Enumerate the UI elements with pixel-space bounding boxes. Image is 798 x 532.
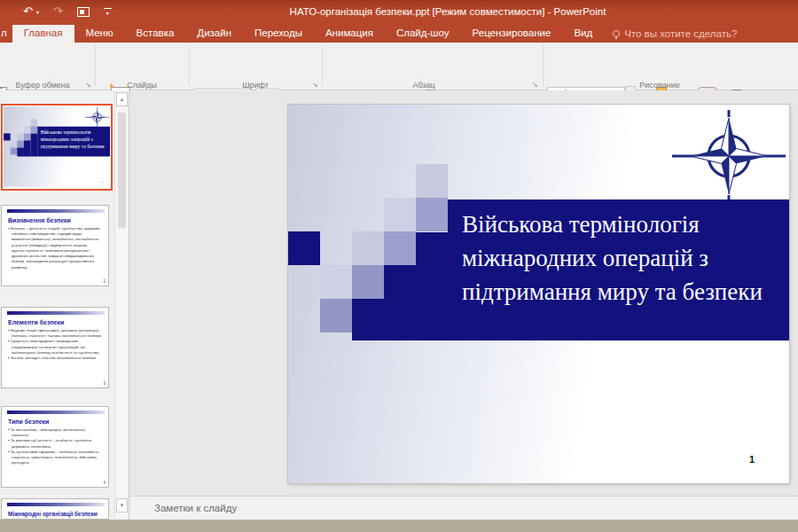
drawing-group-label: Рисование	[639, 81, 679, 90]
pixel-square	[416, 164, 448, 198]
paragraph-group-label: Абзац	[412, 81, 434, 90]
tab-file-partial[interactable]: л	[0, 25, 12, 43]
thumb-page-number: 4	[103, 481, 106, 485]
banner-step	[416, 232, 448, 340]
slide-page-number: 1	[749, 454, 755, 465]
thumb-bullet: Безпека – діяльність людей, суспільства,…	[8, 226, 101, 270]
tab-insert[interactable]: Вставка	[125, 25, 186, 43]
thumb-accent-line	[7, 209, 105, 213]
font-group-label: Шрифт	[242, 81, 269, 90]
taskbar	[0, 520, 798, 532]
thumb-title: Міжнародні організації безпеки	[8, 511, 104, 517]
nato-compass-logo	[669, 106, 788, 206]
slides-group-label: Слайды	[127, 81, 157, 90]
scroll-down-icon[interactable]: ▼	[116, 498, 128, 512]
thumb-bullet: Засоби, методи і способи забезпечення бе…	[8, 356, 101, 361]
thumbnail-slide-1[interactable]: Військова термінологія міжнародних опера…	[1, 104, 113, 191]
scrollbar-thumb[interactable]	[118, 113, 126, 228]
banner-step	[384, 265, 416, 340]
thumb-page-number: 3	[103, 381, 106, 386]
title-bar: ↶ ▾ ↷ ▾ НАТО-організація безпеки.ppt [Ре…	[0, 0, 798, 25]
banner-step	[352, 299, 384, 340]
nato-compass-logo-mini	[84, 106, 109, 128]
scroll-up-icon[interactable]: ▲	[116, 92, 128, 106]
lightbulb-icon	[613, 30, 620, 37]
clipboard-group-label: Буфер обмена	[15, 81, 69, 90]
slide-title-line3: підтримання миру та безпеки	[462, 275, 789, 309]
tab-transitions[interactable]: Переходы	[243, 25, 314, 43]
tell-me-box[interactable]: Что вы хотите сделать?	[604, 25, 746, 43]
tab-design[interactable]: Дизайн	[185, 25, 243, 43]
thumb-title: Елементи безпеки	[8, 319, 104, 325]
pixel-square	[416, 198, 448, 231]
thumb-accent-line	[7, 411, 105, 414]
tab-home[interactable]: Главная	[12, 25, 74, 43]
thumbnail-slide-3[interactable]: Елементи безпеки Наукова теорія (філософ…	[1, 307, 109, 388]
pixel-square	[352, 231, 384, 265]
thumbnail-slide-4[interactable]: Типи безпеки За масштабом – міжнародна, …	[1, 406, 109, 488]
notes-label: Заметки к слайду	[154, 503, 237, 513]
thumb-page-number: 2	[103, 279, 106, 284]
pixel-square	[384, 231, 416, 265]
ribbon: Вставить ✂ Вырезать Копировать ▾ Формат …	[0, 43, 798, 90]
slide-canvas[interactable]: Військова термінологія міжнародних опера…	[288, 105, 789, 483]
slide-title-line1: Військова термінологія	[462, 207, 789, 241]
tab-view[interactable]: Вид	[562, 25, 604, 43]
pixel-square	[320, 299, 352, 332]
tab-slideshow[interactable]: Слайд-шоу	[385, 25, 461, 43]
thumb-bullet: Сукупність міжнародних і громадських (не…	[8, 339, 101, 356]
clipboard-dialog-launcher-icon[interactable]: ↘	[85, 81, 91, 89]
thumb-bullet: За масштабом – міжнародна, регіональна, …	[8, 427, 101, 438]
thumb-bullet: За суспільними сферами – політична, екон…	[8, 450, 101, 466]
pixel-square	[352, 265, 384, 299]
ribbon-tabs: л Главная Меню Вставка Дизайн Переходы А…	[0, 25, 798, 43]
slide-title[interactable]: Військова термінологія міжнародних опера…	[462, 207, 789, 309]
tab-menu[interactable]: Меню	[74, 25, 125, 43]
tab-animation[interactable]: Анимация	[314, 25, 385, 43]
slide-editor[interactable]: Військова термінологія міжнародних опера…	[288, 105, 789, 483]
tell-me-label: Что вы хотите сделать?	[624, 28, 737, 39]
font-dialog-launcher-icon[interactable]: ↘	[312, 81, 318, 89]
thumb-accent-line	[7, 311, 105, 315]
thumb-title: Типи безпеки	[8, 419, 104, 425]
thumbnail-scrollbar[interactable]: ▲ ▼	[114, 91, 128, 519]
thumb-bullet: За рівнями суб'єктності – особиста, сусп…	[8, 438, 101, 449]
slide-title-line2: міжнародних операцій з	[462, 241, 789, 275]
thumb-accent-line	[7, 503, 105, 506]
pixel-square	[320, 265, 352, 299]
pixel-square	[288, 231, 320, 265]
thumbnail-slide-2[interactable]: Визначення безпеки Безпека – діяльність …	[1, 205, 109, 286]
notes-pane[interactable]: Заметки к слайду	[130, 496, 798, 520]
thumbnail-slide-5[interactable]: Міжнародні організації безпеки	[1, 498, 109, 520]
thumb-title: Визначення безпеки	[8, 217, 104, 223]
thumb-bullet: Наукова теорія (філософія), доктрина (ко…	[8, 328, 101, 339]
pixel-square	[384, 198, 416, 231]
window-title: НАТО-організація безпеки.ppt [Режим совм…	[0, 6, 798, 17]
tab-review[interactable]: Рецензирование	[461, 25, 563, 43]
paragraph-dialog-launcher-icon[interactable]: ↘	[532, 81, 538, 89]
